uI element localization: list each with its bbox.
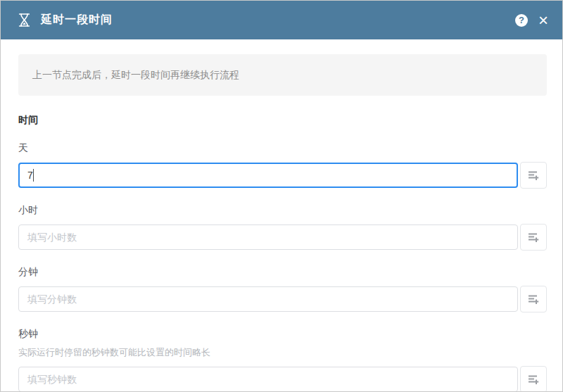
hourglass-icon: [18, 12, 30, 28]
minutes-insert-variable-button[interactable]: [520, 286, 547, 312]
delay-node-dialog: 延时一段时间 ? × 上一节点完成后，延时一段时间再继续执行流程 时间 天: [0, 0, 563, 392]
days-label: 天: [18, 142, 547, 155]
hours-input[interactable]: [18, 225, 518, 250]
hours-label: 小时: [18, 204, 547, 217]
hours-field: [18, 224, 547, 251]
seconds-label: 秒钟: [18, 328, 547, 341]
node-description-text: 上一节点完成后，延时一段时间再继续执行流程: [32, 69, 239, 82]
seconds-field: [18, 366, 547, 392]
playlist-add-icon: [527, 374, 540, 386]
help-icon[interactable]: ?: [515, 14, 528, 27]
playlist-add-icon: [527, 293, 540, 305]
minutes-input-wrap: [18, 286, 518, 312]
playlist-add-icon: [527, 170, 540, 182]
minutes-label: 分钟: [18, 266, 547, 279]
dialog-header: 延时一段时间 ? ×: [1, 1, 562, 39]
dialog-title: 延时一段时间: [41, 13, 515, 27]
days-insert-variable-button[interactable]: [520, 162, 547, 189]
playlist-add-icon: [527, 232, 540, 244]
minutes-field: [18, 286, 547, 312]
days-field: [18, 162, 547, 189]
minutes-input[interactable]: [18, 286, 518, 312]
days-input-wrap: [18, 163, 518, 188]
hours-input-wrap: [18, 225, 518, 250]
text-caret: [33, 169, 34, 182]
seconds-insert-variable-button[interactable]: [520, 366, 547, 392]
hours-insert-variable-button[interactable]: [520, 224, 547, 251]
close-icon[interactable]: ×: [538, 13, 548, 27]
node-description: 上一节点完成后，延时一段时间再继续执行流程: [18, 54, 547, 96]
seconds-input-wrap: [18, 367, 518, 392]
section-title-time: 时间: [18, 114, 547, 127]
seconds-helper-text: 实际运行时停留的秒钟数可能比设置的时间略长: [18, 346, 547, 359]
dialog-body: 上一节点完成后，延时一段时间再继续执行流程 时间 天 小时: [1, 39, 562, 392]
days-input[interactable]: [18, 163, 518, 188]
seconds-input[interactable]: [18, 367, 518, 392]
